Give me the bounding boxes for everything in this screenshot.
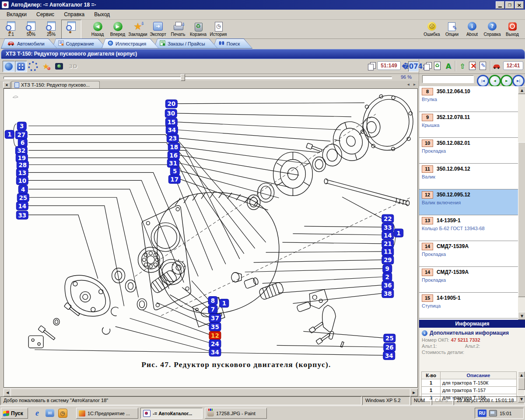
toolbar-button-error[interactable]: Ошибка: [422, 20, 442, 39]
part-label-7[interactable]: 7: [208, 305, 217, 314]
task-button-ak[interactable]: -= АвтоКаталог...: [140, 408, 203, 419]
toolbar-button-export[interactable]: Экспорт: [148, 20, 168, 39]
toolbar-button-help[interactable]: Справка: [482, 20, 502, 39]
part-label-36[interactable]: 36: [382, 281, 394, 290]
toolbar-button-forward[interactable]: Вперед: [108, 20, 128, 39]
pager-first-button[interactable]: |◀: [477, 75, 489, 87]
part-label-15[interactable]: 15: [165, 118, 177, 126]
part-label-32[interactable]: 32: [15, 147, 27, 155]
part-label-30[interactable]: 30: [165, 109, 177, 118]
table-row[interactable]: 1для трактора Т-150К: [422, 379, 517, 387]
part-label-34[interactable]: 34: [383, 351, 395, 360]
part-item-11[interactable]: 11350.12.094.12Валик: [419, 164, 518, 189]
part-label-33[interactable]: 33: [382, 223, 394, 231]
part-label-35[interactable]: 35: [209, 322, 221, 331]
pager-last-button[interactable]: ▶|: [512, 75, 525, 87]
part-label-13[interactable]: 13: [16, 168, 28, 177]
letter-a-icon[interactable]: A: [444, 61, 453, 71]
tab-orders[interactable]: Заказы / Прайсы: [154, 38, 218, 49]
minimize-button[interactable]: [496, 1, 504, 9]
pager-next-button[interactable]: ▶: [500, 75, 513, 87]
table-row[interactable]: 1для трактора Т-157: [422, 387, 517, 394]
toolbar-button-bookmarks[interactable]: Закладки: [128, 20, 148, 39]
language-indicator[interactable]: RU: [478, 410, 486, 417]
task-button-1c[interactable]: 1С:Предприятие ...: [76, 408, 138, 419]
layout-side-icon[interactable]: �074;: [408, 61, 419, 72]
tab-contents[interactable]: Содержание: [52, 38, 107, 49]
restore-button[interactable]: [505, 1, 514, 9]
viewer-favorite-icon[interactable]: ★: [40, 61, 52, 71]
part-label-1[interactable]: 1: [5, 130, 14, 139]
toolbar-button-about[interactable]: About: [462, 20, 482, 39]
zoom-button-fit[interactable]: [61, 20, 81, 39]
part-label-4[interactable]: 4: [18, 185, 28, 193]
copy-icon[interactable]: [423, 61, 432, 71]
pager-prev-button[interactable]: ◀: [489, 75, 501, 87]
menu-item-3[interactable]: Выход: [89, 10, 115, 18]
part-label-12[interactable]: 12: [209, 331, 221, 340]
part-item-12[interactable]: 12350.12.095.12Валик включения: [419, 189, 518, 215]
scrollbar-thumb[interactable]: [10, 388, 411, 396]
task-button-paint[interactable]: 17258.JPG - Paint: [205, 408, 267, 419]
delete-icon[interactable]: [468, 61, 478, 71]
clock-app-icon[interactable]: ◷: [58, 408, 67, 418]
part-label-1[interactable]: 1: [220, 299, 229, 308]
part-label-37[interactable]: 37: [209, 314, 221, 322]
zoom-slider-track[interactable]: [4, 77, 392, 79]
part-label-31[interactable]: 31: [167, 159, 179, 168]
part-label-21[interactable]: 21: [382, 240, 394, 248]
toolbar-button-options[interactable]: Опции: [442, 20, 462, 39]
part-label-14[interactable]: 14: [382, 231, 394, 239]
viewer-thumbnails-icon[interactable]: [15, 61, 27, 72]
viewer-rotate-icon[interactable]: [27, 61, 38, 71]
menu-item-0[interactable]: Вкладки: [2, 10, 32, 18]
illustration-viewport[interactable]: 1327632192813104251433203015342318163151…: [4, 88, 418, 388]
menu-item-1[interactable]: Сервис: [32, 10, 59, 18]
part-label-3[interactable]: 3: [17, 122, 26, 130]
part-label-26[interactable]: 26: [384, 343, 396, 351]
toolbar-button-print[interactable]: Печать: [168, 20, 188, 39]
edit-icon[interactable]: [479, 61, 488, 71]
start-button[interactable]: Пуск: [1, 408, 28, 419]
menu-item-2[interactable]: Справка: [59, 10, 89, 18]
tab-car[interactable]: Автомобили: [1, 38, 57, 49]
part-label-18[interactable]: 18: [168, 143, 180, 151]
part-label-10[interactable]: 10: [16, 176, 28, 185]
zoom-slider-thumb[interactable]: [181, 74, 185, 81]
part-label-5[interactable]: 5: [170, 167, 179, 175]
mail-icon[interactable]: ✉: [45, 408, 55, 418]
toolbar-button-history[interactable]: История: [208, 20, 228, 39]
part-label-16[interactable]: 16: [168, 151, 179, 160]
part-item-14[interactable]: 14СМД7-1539АПрокладка: [419, 241, 518, 267]
part-label-14[interactable]: 14: [16, 202, 28, 210]
close-button[interactable]: [515, 1, 524, 9]
part-label-11[interactable]: 11: [382, 248, 394, 256]
part-label-34[interactable]: 34: [209, 348, 221, 356]
zoom-button-50%[interactable]: 50%: [21, 20, 41, 39]
part-label-28[interactable]: 28: [17, 161, 28, 169]
part-label-2[interactable]: 2: [383, 273, 392, 281]
tab-scroll-arrows[interactable]: ◂ ▸: [407, 82, 417, 87]
viewer-photo-icon[interactable]: [53, 61, 65, 71]
scrollbar-thumb[interactable]: [518, 142, 525, 297]
part-label-20[interactable]: 20: [165, 100, 177, 108]
part-label-38[interactable]: 38: [382, 290, 394, 298]
part-label-1[interactable]: 1: [394, 229, 403, 237]
toolbar-button-exit[interactable]: Выход: [502, 20, 522, 39]
zoom-button-1:1[interactable]: 1:1: [1, 20, 21, 39]
scroll-down-icon[interactable]: ▼: [518, 312, 525, 320]
scrollbar-thumb[interactable]: [518, 378, 525, 390]
part-label-23[interactable]: 23: [167, 134, 178, 143]
part-label-34[interactable]: 34: [166, 126, 178, 134]
part-label-25[interactable]: 25: [17, 193, 29, 202]
part-label-25[interactable]: 25: [384, 334, 396, 342]
part-label-27[interactable]: 27: [15, 131, 27, 139]
part-item-13[interactable]: 1314-1359-1Кольцо Б-62 ГОСТ 13943-68: [419, 215, 518, 241]
part-label-22[interactable]: 22: [382, 214, 394, 223]
document-tab[interactable]: ХТЗ Т-150: Редуктор пусково...: [11, 81, 100, 88]
internet-explorer-icon[interactable]: e: [32, 408, 42, 418]
zoom-button-25%[interactable]: 25%: [41, 20, 61, 39]
part-label-6[interactable]: 6: [18, 139, 27, 147]
tab-search[interactable]: Поиск: [213, 38, 252, 49]
refresh-document-icon[interactable]: [433, 61, 443, 71]
